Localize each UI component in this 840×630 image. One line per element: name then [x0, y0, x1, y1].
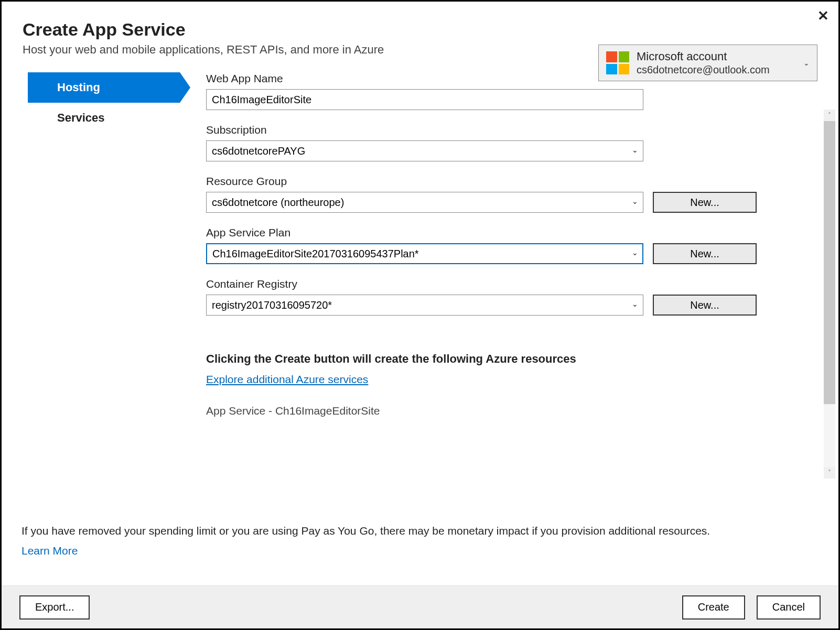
- tab-services[interactable]: Services: [28, 103, 180, 133]
- label-web-app-name: Web App Name: [206, 72, 817, 85]
- cancel-button[interactable]: Cancel: [757, 595, 821, 620]
- label-subscription: Subscription: [206, 124, 817, 136]
- web-app-name-input[interactable]: [206, 89, 643, 110]
- scroll-up-icon[interactable]: ˄: [824, 110, 835, 121]
- button-bar: Export... Create Cancel: [2, 585, 838, 628]
- app-service-plan-select[interactable]: [206, 243, 643, 264]
- label-container-registry: Container Registry: [206, 278, 817, 290]
- scrollbar[interactable]: ˄ ˅: [824, 110, 835, 479]
- close-icon[interactable]: ✕: [817, 9, 829, 23]
- subscription-select[interactable]: [206, 140, 643, 161]
- tab-label: Hosting: [57, 81, 100, 94]
- export-button[interactable]: Export...: [19, 595, 90, 620]
- scroll-thumb[interactable]: [824, 121, 835, 404]
- new-resource-group-button[interactable]: New...: [653, 192, 757, 213]
- explore-services-link[interactable]: Explore additional Azure services: [206, 373, 368, 386]
- hosting-form: Web App Name Subscription ⌄ Resource Gro…: [180, 72, 817, 418]
- label-resource-group: Resource Group: [206, 175, 817, 188]
- tab-hosting[interactable]: Hosting: [28, 72, 180, 103]
- warning-text: If you have removed your spending limit …: [21, 525, 710, 537]
- resource-group-select[interactable]: [206, 192, 643, 213]
- chevron-down-icon: ⌄: [803, 59, 810, 67]
- account-provider: Microsoft account: [637, 49, 800, 64]
- create-button[interactable]: Create: [682, 595, 745, 620]
- learn-more-link[interactable]: Learn More: [21, 542, 78, 559]
- dialog-title: Create App Service: [23, 19, 817, 40]
- microsoft-logo-icon: [606, 51, 629, 74]
- summary-heading: Clicking the Create button will create t…: [206, 352, 817, 366]
- tab-list: Hosting Services: [28, 72, 180, 418]
- scroll-down-icon[interactable]: ˅: [824, 467, 835, 479]
- container-registry-select[interactable]: [206, 295, 643, 316]
- tab-label: Services: [57, 111, 105, 125]
- spending-warning: If you have removed your spending limit …: [21, 523, 819, 559]
- summary-item: App Service - Ch16ImageEditorSite: [206, 405, 817, 418]
- new-app-service-plan-button[interactable]: New...: [653, 243, 757, 264]
- new-container-registry-button[interactable]: New...: [653, 295, 757, 316]
- label-app-service-plan: App Service Plan: [206, 226, 817, 239]
